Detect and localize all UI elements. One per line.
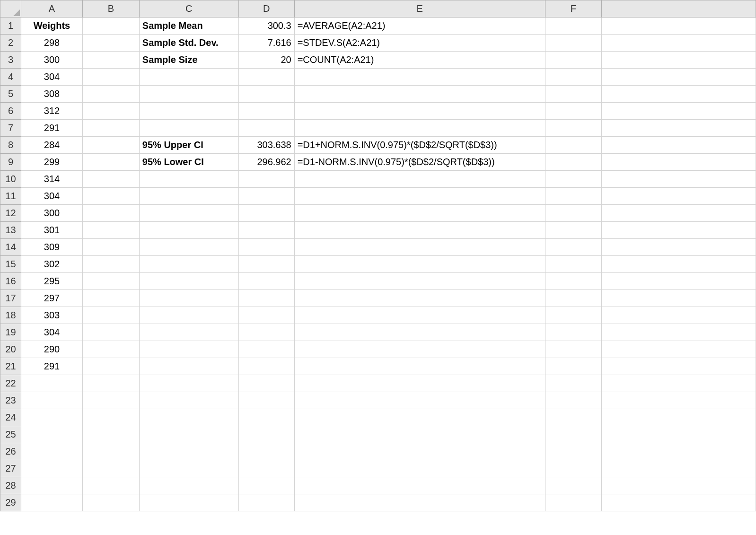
row-header-1[interactable]: 1 bbox=[0, 18, 21, 35]
cell-B13[interactable] bbox=[82, 222, 139, 239]
cell-E12[interactable] bbox=[294, 205, 545, 222]
cell-B24[interactable] bbox=[82, 409, 139, 426]
cell-B15[interactable] bbox=[82, 256, 139, 273]
cell-B19[interactable] bbox=[82, 324, 139, 341]
cell-F24[interactable] bbox=[545, 409, 602, 426]
cell-C12[interactable] bbox=[139, 205, 238, 222]
cell-E6[interactable] bbox=[294, 103, 545, 120]
cell-E2[interactable]: =STDEV.S(A2:A21) bbox=[294, 35, 545, 52]
cell-G28[interactable] bbox=[602, 477, 756, 494]
cell-C3[interactable]: Sample Size bbox=[139, 52, 238, 69]
cell-A18[interactable]: 303 bbox=[21, 307, 83, 324]
cell-E15[interactable] bbox=[294, 256, 545, 273]
cell-E17[interactable] bbox=[294, 290, 545, 307]
cell-B26[interactable] bbox=[82, 443, 139, 460]
cell-F18[interactable] bbox=[545, 307, 602, 324]
row-header-15[interactable]: 15 bbox=[0, 256, 21, 273]
cell-B16[interactable] bbox=[82, 273, 139, 290]
cell-B12[interactable] bbox=[82, 205, 139, 222]
cell-F20[interactable] bbox=[545, 341, 602, 358]
cell-C22[interactable] bbox=[139, 375, 238, 392]
row-header-11[interactable]: 11 bbox=[0, 188, 21, 205]
cell-B28[interactable] bbox=[82, 477, 139, 494]
row-header-18[interactable]: 18 bbox=[0, 307, 21, 324]
cell-A3[interactable]: 300 bbox=[21, 52, 83, 69]
cell-G29[interactable] bbox=[602, 494, 756, 511]
cell-E28[interactable] bbox=[294, 477, 545, 494]
row-header-26[interactable]: 26 bbox=[0, 443, 21, 460]
cell-C2[interactable]: Sample Std. Dev. bbox=[139, 35, 238, 52]
cell-C4[interactable] bbox=[139, 69, 238, 86]
column-header-B[interactable]: B bbox=[82, 0, 139, 18]
cell-G10[interactable] bbox=[602, 171, 756, 188]
cell-E26[interactable] bbox=[294, 443, 545, 460]
cell-B10[interactable] bbox=[82, 171, 139, 188]
cell-A22[interactable] bbox=[21, 375, 83, 392]
row-header-3[interactable]: 3 bbox=[0, 52, 21, 69]
cell-E7[interactable] bbox=[294, 120, 545, 137]
cell-F23[interactable] bbox=[545, 392, 602, 409]
cell-D29[interactable] bbox=[238, 494, 294, 511]
cell-G22[interactable] bbox=[602, 375, 756, 392]
cell-C5[interactable] bbox=[139, 86, 238, 103]
cell-D17[interactable] bbox=[238, 290, 294, 307]
cell-G7[interactable] bbox=[602, 120, 756, 137]
cell-E5[interactable] bbox=[294, 86, 545, 103]
row-header-19[interactable]: 19 bbox=[0, 324, 21, 341]
row-header-17[interactable]: 17 bbox=[0, 290, 21, 307]
cell-D14[interactable] bbox=[238, 239, 294, 256]
cell-G23[interactable] bbox=[602, 392, 756, 409]
cell-F11[interactable] bbox=[545, 188, 602, 205]
row-header-29[interactable]: 29 bbox=[0, 494, 21, 511]
cell-E18[interactable] bbox=[294, 307, 545, 324]
cell-F28[interactable] bbox=[545, 477, 602, 494]
cell-B23[interactable] bbox=[82, 392, 139, 409]
cell-C18[interactable] bbox=[139, 307, 238, 324]
row-header-24[interactable]: 24 bbox=[0, 409, 21, 426]
cell-B20[interactable] bbox=[82, 341, 139, 358]
cell-G3[interactable] bbox=[602, 52, 756, 69]
cell-E16[interactable] bbox=[294, 273, 545, 290]
cell-B27[interactable] bbox=[82, 460, 139, 477]
column-header-A[interactable]: A bbox=[21, 0, 83, 18]
row-header-9[interactable]: 9 bbox=[0, 154, 21, 171]
spreadsheet-grid[interactable]: A B C D E F 1WeightsSample Mean300.3=AVE… bbox=[0, 0, 756, 511]
row-header-7[interactable]: 7 bbox=[0, 120, 21, 137]
cell-C17[interactable] bbox=[139, 290, 238, 307]
cell-D10[interactable] bbox=[238, 171, 294, 188]
cell-C26[interactable] bbox=[139, 443, 238, 460]
cell-G5[interactable] bbox=[602, 86, 756, 103]
cell-C24[interactable] bbox=[139, 409, 238, 426]
cell-F19[interactable] bbox=[545, 324, 602, 341]
cell-F16[interactable] bbox=[545, 273, 602, 290]
cell-G4[interactable] bbox=[602, 69, 756, 86]
cell-F12[interactable] bbox=[545, 205, 602, 222]
cell-C14[interactable] bbox=[139, 239, 238, 256]
cell-A29[interactable] bbox=[21, 494, 83, 511]
cell-C20[interactable] bbox=[139, 341, 238, 358]
cell-G20[interactable] bbox=[602, 341, 756, 358]
cell-G9[interactable] bbox=[602, 154, 756, 171]
cell-D27[interactable] bbox=[238, 460, 294, 477]
cell-B18[interactable] bbox=[82, 307, 139, 324]
cell-C7[interactable] bbox=[139, 120, 238, 137]
cell-D7[interactable] bbox=[238, 120, 294, 137]
cell-B17[interactable] bbox=[82, 290, 139, 307]
column-header-D[interactable]: D bbox=[238, 0, 294, 18]
cell-A2[interactable]: 298 bbox=[21, 35, 83, 52]
cell-E25[interactable] bbox=[294, 426, 545, 443]
cell-E13[interactable] bbox=[294, 222, 545, 239]
cell-C27[interactable] bbox=[139, 460, 238, 477]
row-header-25[interactable]: 25 bbox=[0, 426, 21, 443]
cell-B25[interactable] bbox=[82, 426, 139, 443]
cell-C21[interactable] bbox=[139, 358, 238, 375]
cell-A25[interactable] bbox=[21, 426, 83, 443]
row-header-14[interactable]: 14 bbox=[0, 239, 21, 256]
cell-F7[interactable] bbox=[545, 120, 602, 137]
cell-A10[interactable]: 314 bbox=[21, 171, 83, 188]
cell-D16[interactable] bbox=[238, 273, 294, 290]
cell-G12[interactable] bbox=[602, 205, 756, 222]
cell-C23[interactable] bbox=[139, 392, 238, 409]
cell-B3[interactable] bbox=[82, 52, 139, 69]
cell-C25[interactable] bbox=[139, 426, 238, 443]
